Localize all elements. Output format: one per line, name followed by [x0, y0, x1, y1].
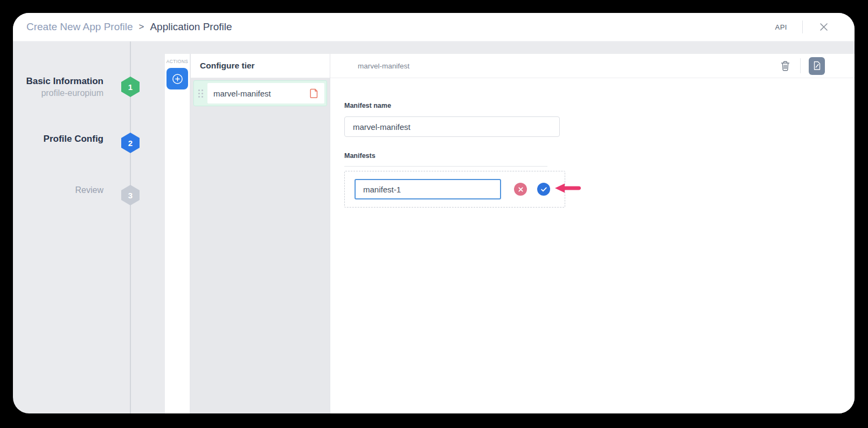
drag-handle[interactable] [194, 89, 207, 98]
manifest-name-input[interactable] [344, 116, 560, 137]
file-edit-icon [813, 61, 821, 71]
step-3-hexagon-badge[interactable]: 3 [121, 185, 140, 205]
delete-manifest-button[interactable] [778, 59, 792, 73]
tier-list-item-selected[interactable]: marvel-manifest [193, 80, 327, 106]
wizard-stepper: Basic Information profile-europium 1 Pro… [13, 42, 160, 413]
step-title: Profile Config [13, 133, 103, 145]
manifest-edit-row [344, 171, 565, 208]
manifest-name-label: Manifest name [344, 102, 855, 109]
trash-icon [780, 60, 790, 72]
toolbar-divider [800, 58, 801, 73]
new-manifest-input[interactable] [355, 179, 501, 199]
step-subtitle: profile-europium [13, 87, 103, 99]
step-review-label[interactable]: Review [13, 185, 103, 195]
step-number: 2 [128, 139, 133, 148]
breadcrumb-root[interactable]: Create New App Profile [26, 21, 133, 33]
breadcrumb-current: Application Profile [150, 21, 232, 33]
step-title: Basic Information [13, 75, 103, 87]
modal-body: Basic Information profile-europium 1 Pro… [13, 42, 855, 413]
edit-manifest-file-button[interactable] [809, 57, 825, 75]
close-button[interactable] [818, 21, 830, 33]
close-icon [819, 22, 829, 32]
step-1-hexagon-badge[interactable]: 1 [121, 77, 140, 97]
step-profile-config-label[interactable]: Profile Config [13, 133, 103, 145]
step-basic-information-label[interactable]: Basic Information profile-europium [13, 75, 103, 99]
confirm-manifest-button[interactable] [537, 183, 550, 196]
step-title: Review [13, 185, 103, 195]
breadcrumb-separator: > [139, 22, 144, 32]
confirm-check-icon [541, 187, 547, 192]
create-app-profile-modal: Create New App Profile > Application Pro… [13, 13, 855, 413]
add-tier-button[interactable] [166, 68, 188, 89]
tier-list-panel: Configure tier marvel-manifest [190, 54, 330, 413]
actions-panel-label: ACTIONS [165, 54, 190, 64]
tier-list: marvel-manifest [191, 78, 330, 413]
circle-plus-icon [171, 73, 184, 85]
drag-handle-icon [198, 89, 203, 98]
stepper-connector-line [130, 42, 131, 413]
manifest-edit-container [344, 171, 565, 208]
cancel-manifest-button[interactable] [514, 183, 527, 196]
step-number: 3 [128, 191, 133, 200]
api-button[interactable]: API [775, 23, 787, 31]
modal-header: Create New App Profile > Application Pro… [13, 13, 855, 42]
manifest-file-icon [310, 88, 318, 99]
breadcrumb: Create New App Profile > Application Pro… [13, 21, 232, 33]
manifests-label: Manifests [344, 152, 855, 160]
tier-panel-header: Configure tier [191, 54, 330, 78]
step-number: 1 [128, 82, 133, 92]
header-divider [802, 20, 803, 33]
tier-item-card: marvel-manifest [207, 83, 324, 103]
manifest-detail-panel: marvel-manifest [330, 54, 855, 413]
detail-toolbar [778, 57, 855, 75]
manifests-section-divider [344, 166, 547, 167]
annotation-arrow-icon [555, 183, 581, 196]
tier-panel-title: Configure tier [200, 61, 255, 71]
header-actions: API [775, 20, 855, 33]
cancel-x-icon [518, 187, 523, 192]
detail-panel-title: marvel-manifest [358, 62, 409, 70]
detail-panel-header: marvel-manifest [330, 54, 855, 78]
actions-panel: ACTIONS [165, 54, 190, 413]
manifest-form: Manifest name Manifests [330, 78, 855, 208]
tier-item-name: marvel-manifest [213, 89, 310, 98]
step-2-hexagon-badge[interactable]: 2 [121, 133, 140, 153]
